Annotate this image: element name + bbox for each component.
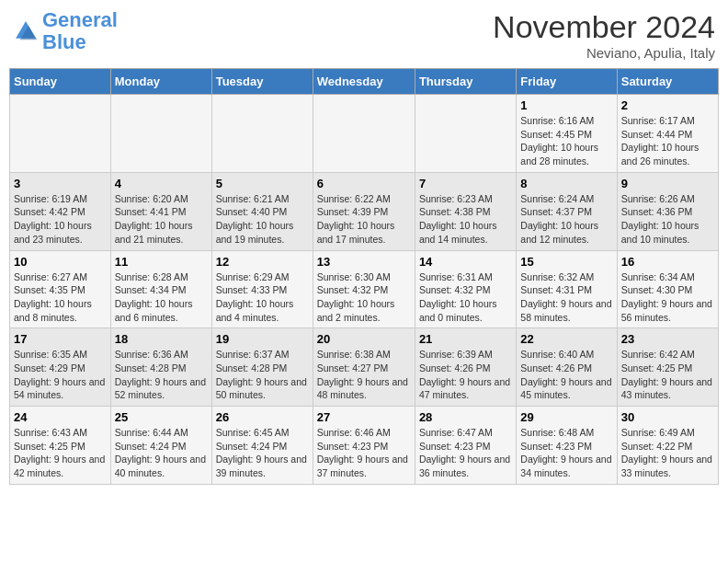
day-info: Sunrise: 6:47 AM Sunset: 4:23 PM Dayligh… bbox=[419, 426, 512, 480]
calendar-cell: 24Sunrise: 6:43 AM Sunset: 4:25 PM Dayli… bbox=[10, 407, 111, 485]
week-row-3: 10Sunrise: 6:27 AM Sunset: 4:35 PM Dayli… bbox=[10, 250, 719, 328]
day-info: Sunrise: 6:20 AM Sunset: 4:41 PM Dayligh… bbox=[115, 192, 208, 247]
calendar-cell: 5Sunrise: 6:21 AM Sunset: 4:40 PM Daylig… bbox=[211, 172, 313, 250]
day-info: Sunrise: 6:46 AM Sunset: 4:23 PM Dayligh… bbox=[317, 426, 411, 480]
day-number: 17 bbox=[14, 332, 107, 346]
day-number: 24 bbox=[14, 410, 107, 424]
calendar-cell bbox=[10, 95, 111, 173]
day-number: 7 bbox=[419, 177, 512, 190]
calendar-cell: 11Sunrise: 6:28 AM Sunset: 4:34 PM Dayli… bbox=[110, 250, 211, 328]
day-number: 12 bbox=[216, 255, 309, 269]
day-info: Sunrise: 6:22 AM Sunset: 4:39 PM Dayligh… bbox=[317, 192, 411, 247]
day-number: 22 bbox=[520, 332, 612, 346]
day-number: 13 bbox=[317, 255, 411, 269]
day-number: 18 bbox=[115, 332, 208, 346]
day-info: Sunrise: 6:32 AM Sunset: 4:31 PM Dayligh… bbox=[520, 270, 612, 325]
day-number: 10 bbox=[14, 255, 107, 269]
calendar-cell bbox=[313, 95, 415, 173]
day-number: 1 bbox=[520, 98, 612, 112]
day-info: Sunrise: 6:38 AM Sunset: 4:27 PM Dayligh… bbox=[317, 348, 411, 402]
day-info: Sunrise: 6:17 AM Sunset: 4:44 PM Dayligh… bbox=[621, 114, 714, 168]
day-header-friday: Friday bbox=[517, 69, 617, 95]
day-info: Sunrise: 6:19 AM Sunset: 4:42 PM Dayligh… bbox=[14, 192, 107, 247]
calendar-cell: 19Sunrise: 6:37 AM Sunset: 4:28 PM Dayli… bbox=[211, 328, 313, 407]
calendar-cell: 14Sunrise: 6:31 AM Sunset: 4:32 PM Dayli… bbox=[415, 250, 516, 328]
day-info: Sunrise: 6:42 AM Sunset: 4:25 PM Dayligh… bbox=[621, 348, 714, 402]
title-area: November 2024 Neviano, Apulia, Italy bbox=[493, 9, 715, 61]
day-number: 8 bbox=[520, 177, 612, 190]
logo-text: GeneralBlue bbox=[42, 9, 118, 53]
day-number: 25 bbox=[115, 410, 208, 424]
day-number: 14 bbox=[419, 255, 512, 269]
day-number: 21 bbox=[419, 332, 512, 346]
day-header-wednesday: Wednesday bbox=[313, 69, 415, 95]
month-title: November 2024 bbox=[493, 9, 715, 45]
day-number: 20 bbox=[317, 332, 411, 346]
calendar-cell: 15Sunrise: 6:32 AM Sunset: 4:31 PM Dayli… bbox=[517, 250, 617, 328]
calendar-cell bbox=[110, 95, 211, 173]
day-number: 30 bbox=[621, 410, 714, 424]
calendar-cell: 4Sunrise: 6:20 AM Sunset: 4:41 PM Daylig… bbox=[110, 172, 211, 250]
day-info: Sunrise: 6:34 AM Sunset: 4:30 PM Dayligh… bbox=[621, 270, 714, 325]
logo: GeneralBlue bbox=[13, 9, 118, 53]
day-number: 27 bbox=[317, 410, 411, 424]
day-number: 29 bbox=[520, 410, 612, 424]
calendar-cell: 6Sunrise: 6:22 AM Sunset: 4:39 PM Daylig… bbox=[313, 172, 415, 250]
calendar-cell bbox=[211, 95, 313, 173]
day-info: Sunrise: 6:39 AM Sunset: 4:26 PM Dayligh… bbox=[419, 348, 512, 402]
calendar-cell: 25Sunrise: 6:44 AM Sunset: 4:24 PM Dayli… bbox=[110, 407, 211, 485]
day-header-tuesday: Tuesday bbox=[211, 69, 313, 95]
week-row-2: 3Sunrise: 6:19 AM Sunset: 4:42 PM Daylig… bbox=[10, 172, 719, 250]
day-number: 9 bbox=[621, 177, 714, 190]
header-row: SundayMondayTuesdayWednesdayThursdayFrid… bbox=[10, 69, 719, 95]
day-header-saturday: Saturday bbox=[617, 69, 718, 95]
day-number: 11 bbox=[115, 255, 208, 269]
calendar-cell: 27Sunrise: 6:46 AM Sunset: 4:23 PM Dayli… bbox=[313, 407, 415, 485]
day-info: Sunrise: 6:30 AM Sunset: 4:32 PM Dayligh… bbox=[317, 270, 411, 325]
day-number: 15 bbox=[520, 255, 612, 269]
day-number: 16 bbox=[621, 255, 714, 269]
calendar-cell: 18Sunrise: 6:36 AM Sunset: 4:28 PM Dayli… bbox=[110, 328, 211, 407]
day-info: Sunrise: 6:48 AM Sunset: 4:23 PM Dayligh… bbox=[520, 426, 612, 480]
day-info: Sunrise: 6:43 AM Sunset: 4:25 PM Dayligh… bbox=[14, 426, 107, 480]
day-info: Sunrise: 6:29 AM Sunset: 4:33 PM Dayligh… bbox=[216, 270, 309, 325]
day-info: Sunrise: 6:26 AM Sunset: 4:36 PM Dayligh… bbox=[621, 192, 714, 247]
calendar-cell: 16Sunrise: 6:34 AM Sunset: 4:30 PM Dayli… bbox=[617, 250, 718, 328]
day-number: 28 bbox=[419, 410, 512, 424]
week-row-1: 1Sunrise: 6:16 AM Sunset: 4:45 PM Daylig… bbox=[10, 95, 719, 173]
calendar-cell: 17Sunrise: 6:35 AM Sunset: 4:29 PM Dayli… bbox=[10, 328, 111, 407]
week-row-5: 24Sunrise: 6:43 AM Sunset: 4:25 PM Dayli… bbox=[10, 407, 719, 485]
day-info: Sunrise: 6:45 AM Sunset: 4:24 PM Dayligh… bbox=[216, 426, 309, 480]
week-row-4: 17Sunrise: 6:35 AM Sunset: 4:29 PM Dayli… bbox=[10, 328, 719, 407]
calendar-cell: 30Sunrise: 6:49 AM Sunset: 4:22 PM Dayli… bbox=[617, 407, 718, 485]
calendar-cell: 22Sunrise: 6:40 AM Sunset: 4:26 PM Dayli… bbox=[517, 328, 617, 407]
day-info: Sunrise: 6:31 AM Sunset: 4:32 PM Dayligh… bbox=[419, 270, 512, 325]
calendar-cell: 21Sunrise: 6:39 AM Sunset: 4:26 PM Dayli… bbox=[415, 328, 516, 407]
day-info: Sunrise: 6:37 AM Sunset: 4:28 PM Dayligh… bbox=[216, 348, 309, 402]
day-header-monday: Monday bbox=[110, 69, 211, 95]
calendar-cell: 10Sunrise: 6:27 AM Sunset: 4:35 PM Dayli… bbox=[10, 250, 111, 328]
calendar-body: 1Sunrise: 6:16 AM Sunset: 4:45 PM Daylig… bbox=[10, 95, 719, 485]
day-number: 2 bbox=[621, 98, 714, 112]
day-info: Sunrise: 6:28 AM Sunset: 4:34 PM Dayligh… bbox=[115, 270, 208, 325]
day-info: Sunrise: 6:16 AM Sunset: 4:45 PM Dayligh… bbox=[520, 114, 612, 168]
day-number: 19 bbox=[216, 332, 309, 346]
day-info: Sunrise: 6:40 AM Sunset: 4:26 PM Dayligh… bbox=[520, 348, 612, 402]
day-info: Sunrise: 6:44 AM Sunset: 4:24 PM Dayligh… bbox=[115, 426, 208, 480]
calendar-cell: 3Sunrise: 6:19 AM Sunset: 4:42 PM Daylig… bbox=[10, 172, 111, 250]
day-info: Sunrise: 6:23 AM Sunset: 4:38 PM Dayligh… bbox=[419, 192, 512, 247]
day-info: Sunrise: 6:36 AM Sunset: 4:28 PM Dayligh… bbox=[115, 348, 208, 402]
day-number: 23 bbox=[621, 332, 714, 346]
calendar-header: SundayMondayTuesdayWednesdayThursdayFrid… bbox=[10, 69, 719, 95]
calendar-cell: 29Sunrise: 6:48 AM Sunset: 4:23 PM Dayli… bbox=[517, 407, 617, 485]
calendar-cell: 20Sunrise: 6:38 AM Sunset: 4:27 PM Dayli… bbox=[313, 328, 415, 407]
calendar-cell: 12Sunrise: 6:29 AM Sunset: 4:33 PM Dayli… bbox=[211, 250, 313, 328]
calendar-cell: 8Sunrise: 6:24 AM Sunset: 4:37 PM Daylig… bbox=[517, 172, 617, 250]
day-info: Sunrise: 6:27 AM Sunset: 4:35 PM Dayligh… bbox=[14, 270, 107, 325]
calendar-cell: 28Sunrise: 6:47 AM Sunset: 4:23 PM Dayli… bbox=[415, 407, 516, 485]
calendar-cell: 26Sunrise: 6:45 AM Sunset: 4:24 PM Dayli… bbox=[211, 407, 313, 485]
calendar-cell: 7Sunrise: 6:23 AM Sunset: 4:38 PM Daylig… bbox=[415, 172, 516, 250]
day-info: Sunrise: 6:24 AM Sunset: 4:37 PM Dayligh… bbox=[520, 192, 612, 247]
day-number: 4 bbox=[115, 177, 208, 190]
calendar-cell: 13Sunrise: 6:30 AM Sunset: 4:32 PM Dayli… bbox=[313, 250, 415, 328]
